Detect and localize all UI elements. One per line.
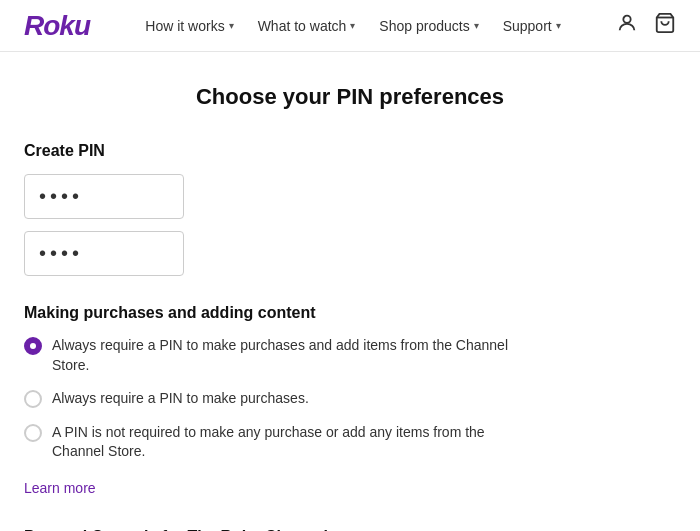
- main-content: Choose your PIN preferences Create PIN M…: [0, 52, 700, 531]
- purchases-section: Making purchases and adding content Alwa…: [24, 304, 676, 496]
- logo: Roku: [24, 10, 90, 42]
- nav-how-it-works[interactable]: How it works ▾: [145, 18, 233, 34]
- account-icon[interactable]: [616, 12, 638, 39]
- header-icons: [616, 12, 676, 39]
- purchase-option-1[interactable]: Always require a PIN to make purchases a…: [24, 336, 676, 375]
- purchases-title: Making purchases and adding content: [24, 304, 676, 322]
- learn-more-link[interactable]: Learn more: [24, 480, 96, 496]
- nav-shop-products[interactable]: Shop products ▾: [379, 18, 478, 34]
- chevron-down-icon: ▾: [474, 20, 479, 31]
- purchases-radio-group: Always require a PIN to make purchases a…: [24, 336, 676, 462]
- create-pin-section: Create PIN: [24, 142, 676, 276]
- nav-support[interactable]: Support ▾: [503, 18, 561, 34]
- nav-what-to-watch[interactable]: What to watch ▾: [258, 18, 356, 34]
- pin-input-1[interactable]: [24, 174, 184, 219]
- cart-icon[interactable]: [654, 12, 676, 39]
- svg-point-0: [623, 16, 630, 23]
- radio-unselected-icon: [24, 424, 42, 442]
- chevron-down-icon: ▾: [556, 20, 561, 31]
- purchase-option-3[interactable]: A PIN is not required to make any purcha…: [24, 423, 676, 462]
- chevron-down-icon: ▾: [350, 20, 355, 31]
- radio-unselected-icon: [24, 390, 42, 408]
- site-header: Roku How it works ▾ What to watch ▾ Shop…: [0, 0, 700, 52]
- purchase-option-2[interactable]: Always require a PIN to make purchases.: [24, 389, 676, 409]
- pin-input-2[interactable]: [24, 231, 184, 276]
- create-pin-title: Create PIN: [24, 142, 676, 160]
- page-title: Choose your PIN preferences: [24, 84, 676, 110]
- chevron-down-icon: ▾: [229, 20, 234, 31]
- radio-selected-icon: [24, 337, 42, 355]
- main-nav: How it works ▾ What to watch ▾ Shop prod…: [145, 18, 560, 34]
